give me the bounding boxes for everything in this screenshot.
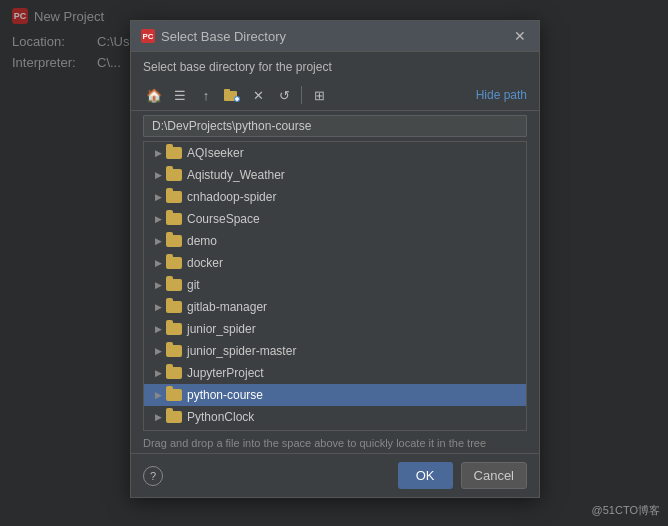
tree-item[interactable]: ▶junior_spider xyxy=(144,318,526,340)
tree-item[interactable]: ▶python-course xyxy=(144,384,526,406)
tree-item[interactable]: ▶docker xyxy=(144,252,526,274)
toolbar-separator xyxy=(301,86,302,104)
folder-arrow-icon: ▶ xyxy=(152,170,164,180)
tree-item-label: junior_spider xyxy=(187,322,256,336)
tree-item[interactable]: ▶PythonClock xyxy=(144,406,526,428)
folder-arrow-icon: ▶ xyxy=(152,302,164,312)
tree-item-label: docker xyxy=(187,256,223,270)
footer-right: OK Cancel xyxy=(398,462,527,489)
folder-arrow-icon: ▶ xyxy=(152,192,164,202)
folder-icon xyxy=(166,213,182,225)
tree-item[interactable]: ▶junior_spider-master xyxy=(144,340,526,362)
dialog-toolbar: 🏠 ☰ ↑ ✕ ↺ ⊞ Hide path xyxy=(131,80,539,111)
tree-item-label: gitlab-manager xyxy=(187,300,267,314)
home-button[interactable]: 🏠 xyxy=(143,84,165,106)
folder-arrow-icon: ▶ xyxy=(152,368,164,378)
tree-item-label: cnhadoop-spider xyxy=(187,190,276,204)
folder-arrow-icon: ▶ xyxy=(152,214,164,224)
tree-item[interactable]: ▶AQIseeker xyxy=(144,142,526,164)
dialog-title-text: Select Base Directory xyxy=(161,29,286,44)
help-button[interactable]: ? xyxy=(143,466,163,486)
folder-icon xyxy=(166,279,182,291)
folder-icon xyxy=(166,345,182,357)
tree-item[interactable]: ▶CourseSpace xyxy=(144,208,526,230)
folder-icon xyxy=(166,147,182,159)
cancel-button[interactable]: Cancel xyxy=(461,462,527,489)
folder-icon xyxy=(166,367,182,379)
path-bar[interactable]: D:\DevProjects\python-course xyxy=(143,115,527,137)
tree-item-label: demo xyxy=(187,234,217,248)
new-folder-button[interactable] xyxy=(221,84,243,106)
folder-icon xyxy=(166,323,182,335)
tree-item[interactable]: ▶russell-cloud xyxy=(144,428,526,431)
folder-icon xyxy=(166,389,182,401)
tree-item-label: PythonClock xyxy=(187,410,254,424)
dialog-logo: PC xyxy=(141,29,155,43)
list-view-button[interactable]: ☰ xyxy=(169,84,191,106)
dialog-titlebar: PC Select Base Directory ✕ xyxy=(131,21,539,52)
folder-arrow-icon: ▶ xyxy=(152,324,164,334)
file-tree[interactable]: ▶AQIseeker▶Aqistudy_Weather▶cnhadoop-spi… xyxy=(143,141,527,431)
folder-icon xyxy=(166,169,182,181)
folder-icon xyxy=(166,235,182,247)
tree-item-label: AQIseeker xyxy=(187,146,244,160)
tree-item-label: python-course xyxy=(187,388,263,402)
hint-bar: Drag and drop a file into the space abov… xyxy=(143,435,527,451)
tree-item-label: CourseSpace xyxy=(187,212,260,226)
footer-left: ? xyxy=(143,466,163,486)
tree-item[interactable]: ▶git xyxy=(144,274,526,296)
tree-item[interactable]: ▶Aqistudy_Weather xyxy=(144,164,526,186)
hide-path-link[interactable]: Hide path xyxy=(476,88,527,102)
folder-arrow-icon: ▶ xyxy=(152,258,164,268)
tree-item[interactable]: ▶cnhadoop-spider xyxy=(144,186,526,208)
svg-rect-1 xyxy=(224,89,230,92)
tree-item-label: Aqistudy_Weather xyxy=(187,168,285,182)
folder-icon xyxy=(166,257,182,269)
folder-arrow-icon: ▶ xyxy=(152,412,164,422)
folder-arrow-icon: ▶ xyxy=(152,280,164,290)
folder-icon xyxy=(166,301,182,313)
dialog-subtitle: Select base directory for the project xyxy=(131,52,539,80)
tree-item-label: JupyterProject xyxy=(187,366,264,380)
folder-arrow-icon: ▶ xyxy=(152,236,164,246)
folder-icon xyxy=(166,191,182,203)
tree-item[interactable]: ▶JupyterProject xyxy=(144,362,526,384)
folder-icon xyxy=(166,411,182,423)
select-base-directory-dialog: PC Select Base Directory ✕ Select base d… xyxy=(130,20,540,498)
tree-item-label: junior_spider-master xyxy=(187,344,296,358)
tree-item[interactable]: ▶demo xyxy=(144,230,526,252)
folder-arrow-icon: ▶ xyxy=(152,148,164,158)
folder-arrow-icon: ▶ xyxy=(152,390,164,400)
grid-view-button[interactable]: ⊞ xyxy=(308,84,330,106)
refresh-button[interactable]: ↺ xyxy=(273,84,295,106)
tree-item[interactable]: ▶gitlab-manager xyxy=(144,296,526,318)
dialog-title-left: PC Select Base Directory xyxy=(141,29,286,44)
tree-item-label: git xyxy=(187,278,200,292)
close-button[interactable]: ✕ xyxy=(511,27,529,45)
folder-arrow-icon: ▶ xyxy=(152,346,164,356)
delete-button[interactable]: ✕ xyxy=(247,84,269,106)
up-button[interactable]: ↑ xyxy=(195,84,217,106)
watermark: @51CTO博客 xyxy=(592,503,660,518)
dialog-footer: ? OK Cancel xyxy=(131,453,539,497)
ok-button[interactable]: OK xyxy=(398,462,453,489)
